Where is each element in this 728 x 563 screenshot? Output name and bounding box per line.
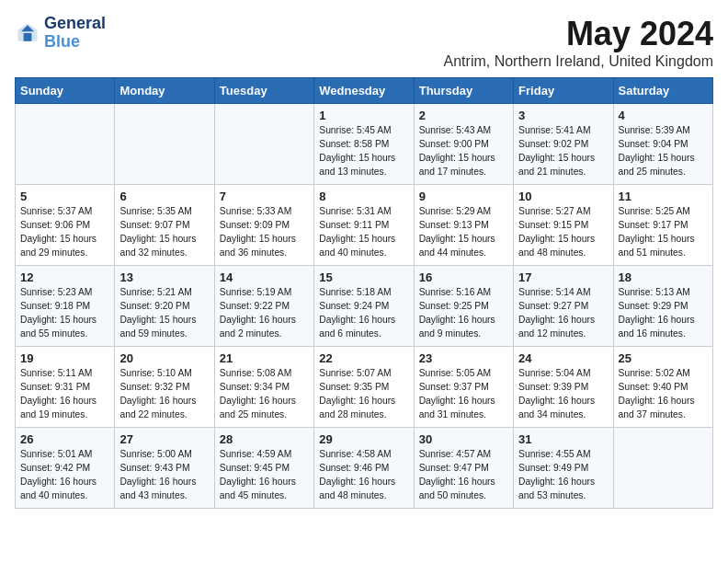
days-header-row: SundayMondayTuesdayWednesdayThursdayFrid… [16,78,713,104]
day-info: Sunrise: 4:55 AM Sunset: 9:49 PM Dayligh… [518,448,608,503]
day-number: 8 [319,190,408,203]
day-cell: 7Sunrise: 5:33 AM Sunset: 9:09 PM Daylig… [214,185,313,266]
day-number: 31 [518,432,608,446]
day-info: Sunrise: 5:04 AM Sunset: 9:39 PM Dayligh… [518,367,608,422]
day-info: Sunrise: 5:05 AM Sunset: 9:37 PM Dayligh… [419,367,508,422]
day-info: Sunrise: 5:07 AM Sunset: 9:35 PM Dayligh… [319,367,408,422]
day-cell: 22Sunrise: 5:07 AM Sunset: 9:35 PM Dayli… [314,347,414,428]
header-thursday: Thursday [414,78,513,104]
day-info: Sunrise: 5:25 AM Sunset: 9:17 PM Dayligh… [619,205,708,260]
day-info: Sunrise: 4:57 AM Sunset: 9:47 PM Dayligh… [419,448,508,503]
day-info: Sunrise: 5:19 AM Sunset: 9:22 PM Dayligh… [220,286,309,341]
week-row-1: 1Sunrise: 5:45 AM Sunset: 8:58 PM Daylig… [16,104,713,185]
day-info: Sunrise: 5:23 AM Sunset: 9:18 PM Dayligh… [20,286,109,341]
day-number: 11 [619,190,708,203]
day-info: Sunrise: 5:35 AM Sunset: 9:07 PM Dayligh… [119,205,209,260]
day-cell [214,104,313,185]
day-cell: 26Sunrise: 5:01 AM Sunset: 9:42 PM Dayli… [16,428,115,509]
day-cell: 10Sunrise: 5:27 AM Sunset: 9:15 PM Dayli… [514,185,613,266]
day-cell: 25Sunrise: 5:02 AM Sunset: 9:40 PM Dayli… [613,347,712,428]
day-number: 9 [419,190,508,203]
day-number: 29 [319,432,408,446]
day-info: Sunrise: 5:37 AM Sunset: 9:06 PM Dayligh… [20,205,109,260]
header-tuesday: Tuesday [214,78,313,104]
day-info: Sunrise: 5:16 AM Sunset: 9:25 PM Dayligh… [419,286,508,341]
day-cell: 17Sunrise: 5:14 AM Sunset: 9:27 PM Dayli… [514,266,613,347]
header-monday: Monday [115,78,214,104]
day-cell [115,104,214,185]
day-number: 21 [220,351,309,365]
day-cell: 4Sunrise: 5:39 AM Sunset: 9:04 PM Daylig… [613,104,712,185]
day-number: 18 [619,270,708,284]
day-info: Sunrise: 5:01 AM Sunset: 9:42 PM Dayligh… [20,448,109,503]
logo-icon [15,20,40,46]
day-cell: 21Sunrise: 5:08 AM Sunset: 9:34 PM Dayli… [214,347,313,428]
day-info: Sunrise: 5:08 AM Sunset: 9:34 PM Dayligh… [220,367,309,422]
header-wednesday: Wednesday [314,78,414,104]
header-saturday: Saturday [613,78,712,104]
day-info: Sunrise: 5:29 AM Sunset: 9:13 PM Dayligh… [419,205,508,260]
logo-line2: Blue [44,33,106,52]
logo-line1: General [44,15,106,33]
logo: General Blue [15,15,106,52]
week-row-2: 5Sunrise: 5:37 AM Sunset: 9:06 PM Daylig… [16,185,713,266]
day-info: Sunrise: 5:11 AM Sunset: 9:31 PM Dayligh… [20,367,109,422]
day-info: Sunrise: 5:27 AM Sunset: 9:15 PM Dayligh… [518,205,608,260]
day-number: 22 [319,351,408,365]
day-number: 25 [619,351,708,365]
day-info: Sunrise: 4:59 AM Sunset: 9:45 PM Dayligh… [220,448,309,503]
day-number: 15 [319,270,408,284]
day-number: 2 [419,109,508,122]
day-number: 27 [119,432,209,446]
day-number: 19 [20,351,109,365]
day-cell: 31Sunrise: 4:55 AM Sunset: 9:49 PM Dayli… [514,428,613,509]
day-cell: 20Sunrise: 5:10 AM Sunset: 9:32 PM Dayli… [115,347,214,428]
day-info: Sunrise: 5:41 AM Sunset: 9:02 PM Dayligh… [518,124,608,179]
day-cell: 16Sunrise: 5:16 AM Sunset: 9:25 PM Dayli… [414,266,513,347]
day-cell: 8Sunrise: 5:31 AM Sunset: 9:11 PM Daylig… [314,185,414,266]
day-number: 16 [419,270,508,284]
week-row-3: 12Sunrise: 5:23 AM Sunset: 9:18 PM Dayli… [16,266,713,347]
day-number: 5 [20,190,109,203]
day-cell: 30Sunrise: 4:57 AM Sunset: 9:47 PM Dayli… [414,428,513,509]
day-info: Sunrise: 5:45 AM Sunset: 8:58 PM Dayligh… [319,124,408,179]
month-title: May 2024 [444,15,713,53]
day-cell: 27Sunrise: 5:00 AM Sunset: 9:43 PM Dayli… [115,428,214,509]
day-cell: 3Sunrise: 5:41 AM Sunset: 9:02 PM Daylig… [514,104,613,185]
day-number: 14 [220,270,309,284]
day-cell: 6Sunrise: 5:35 AM Sunset: 9:07 PM Daylig… [115,185,214,266]
day-number: 26 [20,432,109,446]
calendar-table: SundayMondayTuesdayWednesdayThursdayFrid… [15,77,713,509]
day-info: Sunrise: 5:02 AM Sunset: 9:40 PM Dayligh… [619,367,708,422]
day-cell: 29Sunrise: 4:58 AM Sunset: 9:46 PM Dayli… [314,428,414,509]
day-cell: 1Sunrise: 5:45 AM Sunset: 8:58 PM Daylig… [314,104,414,185]
day-info: Sunrise: 5:18 AM Sunset: 9:24 PM Dayligh… [319,286,408,341]
day-number: 20 [119,351,209,365]
day-info: Sunrise: 5:31 AM Sunset: 9:11 PM Dayligh… [319,205,408,260]
day-number: 4 [619,109,708,122]
day-cell: 14Sunrise: 5:19 AM Sunset: 9:22 PM Dayli… [214,266,313,347]
day-info: Sunrise: 5:14 AM Sunset: 9:27 PM Dayligh… [518,286,608,341]
title-area: May 2024 Antrim, Northern Ireland, Unite… [444,15,713,70]
header-sunday: Sunday [16,78,115,104]
day-number: 24 [518,351,608,365]
location-title: Antrim, Northern Ireland, United Kingdom [444,53,713,70]
day-info: Sunrise: 5:43 AM Sunset: 9:00 PM Dayligh… [419,124,508,179]
day-number: 13 [119,270,209,284]
day-cell: 11Sunrise: 5:25 AM Sunset: 9:17 PM Dayli… [613,185,712,266]
day-info: Sunrise: 5:39 AM Sunset: 9:04 PM Dayligh… [619,124,708,179]
day-number: 28 [220,432,309,446]
day-number: 30 [419,432,508,446]
header: General Blue May 2024 Antrim, Northern I… [15,15,713,70]
day-cell: 23Sunrise: 5:05 AM Sunset: 9:37 PM Dayli… [414,347,513,428]
week-row-4: 19Sunrise: 5:11 AM Sunset: 9:31 PM Dayli… [16,347,713,428]
day-cell: 15Sunrise: 5:18 AM Sunset: 9:24 PM Dayli… [314,266,414,347]
day-number: 12 [20,270,109,284]
day-number: 6 [119,190,209,203]
day-info: Sunrise: 5:21 AM Sunset: 9:20 PM Dayligh… [119,286,209,341]
week-row-5: 26Sunrise: 5:01 AM Sunset: 9:42 PM Dayli… [16,428,713,509]
day-info: Sunrise: 5:33 AM Sunset: 9:09 PM Dayligh… [220,205,309,260]
day-number: 3 [518,109,608,122]
day-cell: 19Sunrise: 5:11 AM Sunset: 9:31 PM Dayli… [16,347,115,428]
day-info: Sunrise: 5:10 AM Sunset: 9:32 PM Dayligh… [119,367,209,422]
